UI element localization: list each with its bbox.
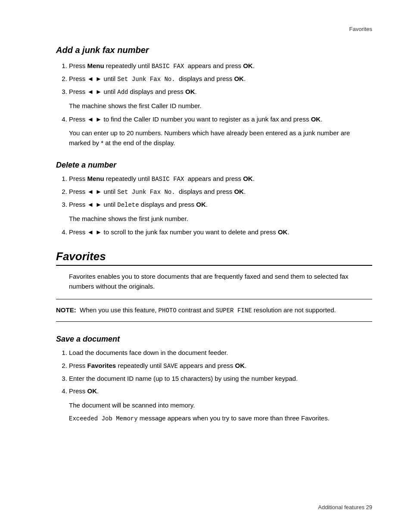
note-after-4-add: You can enter up to 20 numbers. Numbers … [56,128,372,148]
ok-bold-del-4: OK [278,228,288,236]
ok-bold-save-2: OK [235,362,245,369]
favorites-title: Favorites [56,250,372,266]
note-label: NOTE: [56,306,76,314]
ok-bold-del-3: OK [196,201,206,208]
favorites-intro: Favorites enables you to store documents… [56,272,372,291]
save-step-4: Press OK. [69,386,372,396]
basic-fax-code-1: BASIC FAX [152,63,184,70]
exceeded-code: Exceeded Job Memory [69,415,138,422]
delete-number-step4-list: Press ◄ ► to scroll to the junk fax numb… [56,227,372,237]
step-2: Press ◄ ► until Set Junk Fax No. display… [69,74,372,84]
add-code: Add [117,89,128,96]
del-step-3: Press ◄ ► until Delete displays and pres… [69,200,372,210]
ok-bold-3: OK [185,88,195,95]
del-step-2: Press ◄ ► until Set Junk Fax No. display… [69,187,372,197]
save-step-1: Load the documents face down in the docu… [69,348,372,358]
ok-bold-4: OK [311,115,321,123]
super-fine-code: SUPER FINE [216,307,252,314]
basic-fax-code-del: BASIC FAX [152,176,184,183]
photo-code: PHOTO [159,307,177,314]
favorites-bold: Favorites [87,362,116,369]
ok-bold-save-4: OK [87,387,97,395]
note-after-3-add: The machine shows the first Caller ID nu… [56,101,372,111]
ok-bold-del-1: OK [243,175,253,182]
page-header: Favorites [56,26,372,32]
delete-number-section: Delete a number Press Menu repeatedly un… [56,161,372,237]
note-after-4-save: The document will be scanned into memory… [56,401,372,411]
menu-bold-1: Menu [87,62,104,69]
ok-bold-del-2: OK [234,188,244,195]
save-code: SAVE [163,363,178,370]
add-junk-fax-title: Add a junk fax number [56,45,372,55]
header-text: Favorites [349,26,372,32]
set-junk-code-1: Set Junk Fax No. [117,76,175,83]
note-content: NOTE: When you use this feature, PHOTO c… [56,305,372,315]
ok-bold-2: OK [234,75,244,82]
note-after-3-del: The machine shows the first junk number. [56,214,372,224]
page: Favorites Add a junk fax number Press Me… [0,0,411,532]
menu-bold-del-1: Menu [87,175,104,182]
set-junk-code-del: Set Junk Fax No. [117,189,175,196]
page-footer: Additional features 29 [318,504,372,510]
add-junk-fax-step4-list: Press ◄ ► to find the Caller ID number y… [56,115,372,124]
save-document-title: Save a document [56,335,372,344]
add-junk-fax-steps: Press Menu repeatedly until BASIC FAX ap… [56,61,372,97]
delete-number-title: Delete a number [56,161,372,170]
favorites-section: Favorites Favorites enables you to store… [56,250,372,322]
save-document-steps: Load the documents face down in the docu… [56,348,372,396]
footer-text: Additional features 29 [318,504,372,510]
step-4-add: Press ◄ ► to find the Caller ID number y… [69,115,372,124]
delete-number-steps: Press Menu repeatedly until BASIC FAX ap… [56,174,372,210]
save-document-section: Save a document Load the documents face … [56,335,372,423]
delete-code: Delete [117,202,139,208]
ok-bold-1: OK [243,62,253,69]
note-box: NOTE: When you use this feature, PHOTO c… [56,299,372,322]
save-step-3: Enter the document ID name (up to 15 cha… [69,374,372,384]
step-3: Press ◄ ► until Add displays and press O… [69,87,372,97]
del-step-1: Press Menu repeatedly until BASIC FAX ap… [69,174,372,184]
del-step-4: Press ◄ ► to scroll to the junk fax numb… [69,227,372,237]
save-step-2: Press Favorites repeatedly until SAVE ap… [69,361,372,371]
step-1: Press Menu repeatedly until BASIC FAX ap… [69,61,372,71]
add-junk-fax-section: Add a junk fax number Press Menu repeate… [56,45,372,148]
exceeded-msg: Exceeded Job Memory message appears when… [56,414,372,423]
